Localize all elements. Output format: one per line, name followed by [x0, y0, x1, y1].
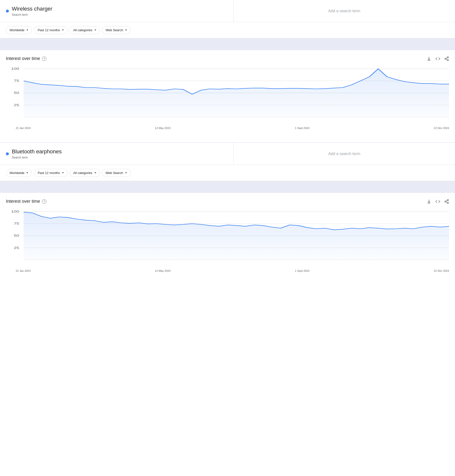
svg-point-0 — [447, 57, 449, 58]
help-icon-1[interactable]: ? — [42, 57, 46, 61]
filters-bar-2: Worldwide Past 12 months All categories … — [0, 165, 455, 181]
search-terms-row-1: Wireless charger Search term Add a searc… — [0, 0, 455, 22]
chart-header-2: Interest over time ? — [6, 199, 449, 204]
svg-text:100: 100 — [11, 210, 19, 213]
embed-button-1[interactable] — [435, 56, 440, 61]
term-label-1: Search term — [12, 13, 52, 16]
term-label-2: Search term — [12, 156, 62, 159]
svg-line-3 — [446, 59, 447, 60]
svg-text:75: 75 — [14, 79, 19, 82]
term-text-group-1: Wireless charger Search term — [12, 5, 52, 16]
svg-point-16 — [447, 202, 449, 203]
x-label-2-3: 1 Sept 2024 — [295, 269, 309, 272]
search-type-chevron-1 — [125, 29, 127, 31]
chart-container-1: 100 75 50 25 — [6, 66, 449, 125]
svg-text:25: 25 — [14, 246, 19, 249]
period-filter-2[interactable]: Past 12 months — [34, 169, 67, 177]
category-label-1: All categories — [73, 28, 92, 32]
progress-bar-area-1 — [0, 38, 455, 50]
category-filter-2[interactable]: All categories — [70, 169, 100, 177]
svg-text:25: 25 — [14, 103, 19, 107]
search-type-filter-2[interactable]: Web Search — [102, 169, 131, 177]
x-label-2-4: 22 Dec 2024 — [434, 269, 449, 272]
category-filter-1[interactable]: All categories — [70, 26, 100, 34]
search-type-chevron-2 — [125, 172, 127, 173]
term-dot-1 — [6, 10, 9, 13]
period-filter-1[interactable]: Past 12 months — [34, 26, 67, 34]
location-filter-1[interactable]: Worldwide — [6, 26, 32, 34]
period-chevron-1 — [62, 29, 64, 31]
chart-title-2: Interest over time — [6, 199, 40, 204]
svg-text:100: 100 — [11, 67, 19, 70]
svg-point-14 — [447, 199, 449, 201]
period-label-1: Past 12 months — [38, 28, 60, 32]
chart-header-1: Interest over time ? — [6, 56, 449, 61]
svg-line-17 — [446, 202, 447, 202]
chart-section-2: Interest over time ? — [0, 193, 455, 277]
chart-section-1: Interest over time ? — [0, 50, 455, 134]
category-label-2: All categories — [73, 171, 92, 175]
x-label-2-2: 12 May 2024 — [155, 269, 171, 272]
search-type-label-1: Web Search — [106, 28, 123, 32]
add-search-term-1[interactable]: Add a search term — [234, 0, 455, 22]
svg-text:50: 50 — [14, 234, 19, 237]
term-text-group-2: Bluetooth earphones Search term — [12, 148, 62, 159]
chart-title-group-1: Interest over time ? — [6, 56, 46, 61]
search-term-1: Wireless charger Search term — [0, 0, 233, 22]
period-label-2: Past 12 months — [38, 171, 60, 175]
download-button-2[interactable] — [427, 199, 431, 204]
search-term-2: Bluetooth earphones Search term — [0, 143, 233, 165]
x-axis-labels-2: 21 Jan 2024 12 May 2024 1 Sept 2024 22 D… — [6, 268, 449, 277]
search-type-filter-1[interactable]: Web Search — [102, 26, 131, 34]
x-label-1-2: 12 May 2024 — [155, 127, 171, 130]
chart-actions-2 — [427, 199, 449, 204]
search-terms-row-2: Bluetooth earphones Search term Add a se… — [0, 143, 455, 165]
svg-point-1 — [445, 58, 446, 59]
x-label-1-4: 22 Dec 2024 — [434, 127, 449, 130]
svg-point-2 — [447, 59, 449, 61]
search-type-label-2: Web Search — [106, 171, 123, 175]
chart-svg-2: 100 75 50 25 — [6, 209, 449, 268]
section-2: Bluetooth earphones Search term Add a se… — [0, 142, 455, 277]
period-chevron-2 — [62, 172, 64, 173]
x-label-1-3: 1 Sept 2024 — [295, 127, 309, 130]
chart-title-1: Interest over time — [6, 56, 40, 61]
section-1: Wireless charger Search term Add a searc… — [0, 0, 455, 134]
progress-bar-area-2 — [0, 181, 455, 193]
chart-container-2: 100 75 50 25 — [6, 209, 449, 268]
svg-text:50: 50 — [14, 91, 19, 94]
location-filter-2[interactable]: Worldwide — [6, 169, 32, 177]
x-label-1-1: 21 Jan 2024 — [16, 127, 31, 130]
x-axis-labels-1: 21 Jan 2024 12 May 2024 1 Sept 2024 22 D… — [6, 125, 449, 134]
share-button-1[interactable] — [444, 56, 449, 61]
share-button-2[interactable] — [444, 199, 449, 204]
term-name-1: Wireless charger — [12, 5, 52, 13]
x-label-2-1: 21 Jan 2024 — [16, 269, 31, 272]
download-button-1[interactable] — [427, 56, 431, 61]
svg-point-15 — [445, 201, 446, 202]
chart-actions-1 — [427, 56, 449, 61]
filters-bar-1: Worldwide Past 12 months All categories … — [0, 22, 455, 38]
location-chevron-2 — [26, 172, 28, 173]
add-search-term-2[interactable]: Add a search term — [234, 143, 455, 165]
svg-line-18 — [446, 200, 447, 201]
category-chevron-2 — [94, 172, 96, 173]
svg-line-4 — [446, 58, 447, 58]
category-chevron-1 — [94, 29, 96, 31]
location-label-1: Worldwide — [10, 28, 24, 32]
chart-svg-1: 100 75 50 25 — [6, 66, 449, 125]
svg-text:75: 75 — [14, 222, 19, 225]
term-dot-2 — [6, 152, 9, 155]
chart-title-group-2: Interest over time ? — [6, 199, 46, 204]
term-name-2: Bluetooth earphones — [12, 148, 62, 155]
embed-button-2[interactable] — [435, 199, 440, 204]
location-label-2: Worldwide — [10, 171, 24, 175]
location-chevron-1 — [26, 29, 28, 31]
help-icon-2[interactable]: ? — [42, 199, 46, 204]
